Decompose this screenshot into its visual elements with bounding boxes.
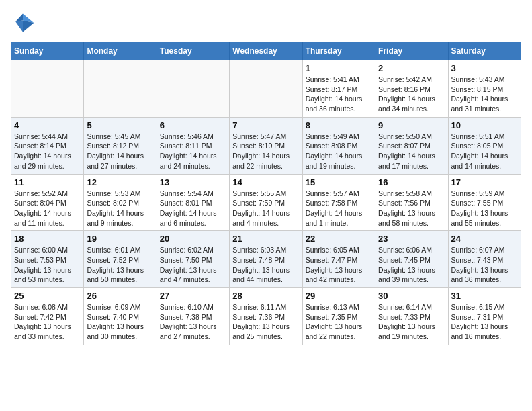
day-number: 23 xyxy=(378,234,445,244)
day-number: 20 xyxy=(160,234,226,244)
day-info: Sunrise: 5:57 AM Sunset: 7:58 PM Dayligh… xyxy=(306,189,372,228)
day-info: Sunrise: 5:54 AM Sunset: 8:01 PM Dayligh… xyxy=(160,189,226,228)
day-number: 30 xyxy=(378,291,445,301)
day-number: 17 xyxy=(451,177,518,187)
day-number: 25 xyxy=(14,291,81,301)
calendar-cell: 7Sunrise: 5:47 AM Sunset: 8:10 PM Daylig… xyxy=(230,117,302,174)
day-info: Sunrise: 5:50 AM Sunset: 8:07 PM Dayligh… xyxy=(378,132,445,171)
day-header-saturday: Saturday xyxy=(448,42,521,60)
day-info: Sunrise: 5:49 AM Sunset: 8:08 PM Dayligh… xyxy=(306,132,372,171)
day-number: 14 xyxy=(232,177,299,187)
day-number: 29 xyxy=(306,291,372,301)
week-row-3: 11Sunrise: 5:52 AM Sunset: 8:04 PM Dayli… xyxy=(11,174,521,231)
calendar-cell: 3Sunrise: 5:43 AM Sunset: 8:15 PM Daylig… xyxy=(448,60,521,118)
calendar-cell: 17Sunrise: 5:59 AM Sunset: 7:55 PM Dayli… xyxy=(448,174,521,231)
day-info: Sunrise: 6:09 AM Sunset: 7:40 PM Dayligh… xyxy=(87,302,153,342)
calendar-cell: 29Sunrise: 6:13 AM Sunset: 7:35 PM Dayli… xyxy=(302,288,375,345)
day-header-friday: Friday xyxy=(375,42,448,60)
day-number: 12 xyxy=(87,177,153,187)
svg-marker-3 xyxy=(15,20,23,32)
logo-icon xyxy=(11,11,35,35)
day-header-sunday: Sunday xyxy=(11,42,84,60)
day-info: Sunrise: 6:10 AM Sunset: 7:38 PM Dayligh… xyxy=(160,302,226,342)
calendar-cell: 27Sunrise: 6:10 AM Sunset: 7:38 PM Dayli… xyxy=(157,288,229,345)
day-info: Sunrise: 6:06 AM Sunset: 7:45 PM Dayligh… xyxy=(378,245,445,285)
day-info: Sunrise: 5:44 AM Sunset: 8:14 PM Dayligh… xyxy=(14,132,81,171)
calendar-cell: 26Sunrise: 6:09 AM Sunset: 7:40 PM Dayli… xyxy=(84,288,157,345)
calendar-cell: 1Sunrise: 5:41 AM Sunset: 8:17 PM Daylig… xyxy=(302,60,375,118)
calendar-table: SundayMondayTuesdayWednesdayThursdayFrid… xyxy=(11,42,521,345)
week-row-2: 4Sunrise: 5:44 AM Sunset: 8:14 PM Daylig… xyxy=(11,117,521,174)
day-number: 7 xyxy=(232,120,299,130)
day-info: Sunrise: 5:58 AM Sunset: 7:56 PM Dayligh… xyxy=(378,189,445,228)
day-info: Sunrise: 5:59 AM Sunset: 7:55 PM Dayligh… xyxy=(451,189,518,228)
day-number: 1 xyxy=(306,63,372,73)
week-row-1: 1Sunrise: 5:41 AM Sunset: 8:17 PM Daylig… xyxy=(11,60,521,118)
day-info: Sunrise: 6:07 AM Sunset: 7:43 PM Dayligh… xyxy=(451,245,518,285)
day-info: Sunrise: 6:13 AM Sunset: 7:35 PM Dayligh… xyxy=(306,302,372,342)
calendar-cell: 23Sunrise: 6:06 AM Sunset: 7:45 PM Dayli… xyxy=(375,231,448,288)
calendar-cell: 12Sunrise: 5:53 AM Sunset: 8:02 PM Dayli… xyxy=(84,174,157,231)
logo xyxy=(11,11,38,35)
day-info: Sunrise: 6:14 AM Sunset: 7:33 PM Dayligh… xyxy=(378,302,445,342)
day-number: 6 xyxy=(160,120,226,130)
day-number: 28 xyxy=(232,291,299,301)
calendar-cell: 15Sunrise: 5:57 AM Sunset: 7:58 PM Dayli… xyxy=(302,174,375,231)
calendar-cell: 14Sunrise: 5:55 AM Sunset: 7:59 PM Dayli… xyxy=(230,174,302,231)
day-number: 2 xyxy=(378,63,445,73)
week-row-5: 25Sunrise: 6:08 AM Sunset: 7:42 PM Dayli… xyxy=(11,288,521,345)
day-number: 16 xyxy=(378,177,445,187)
calendar-cell: 10Sunrise: 5:51 AM Sunset: 8:05 PM Dayli… xyxy=(448,117,521,174)
day-info: Sunrise: 5:51 AM Sunset: 8:05 PM Dayligh… xyxy=(451,132,518,171)
day-info: Sunrise: 6:08 AM Sunset: 7:42 PM Dayligh… xyxy=(14,302,81,342)
day-number: 13 xyxy=(160,177,226,187)
day-number: 15 xyxy=(306,177,372,187)
calendar-cell: 16Sunrise: 5:58 AM Sunset: 7:56 PM Dayli… xyxy=(375,174,448,231)
day-info: Sunrise: 5:45 AM Sunset: 8:12 PM Dayligh… xyxy=(87,132,153,171)
calendar-cell: 2Sunrise: 5:42 AM Sunset: 8:16 PM Daylig… xyxy=(375,60,448,118)
day-number: 11 xyxy=(14,177,81,187)
day-info: Sunrise: 6:02 AM Sunset: 7:50 PM Dayligh… xyxy=(160,245,226,285)
calendar-cell: 6Sunrise: 5:46 AM Sunset: 8:11 PM Daylig… xyxy=(157,117,229,174)
calendar-cell: 20Sunrise: 6:02 AM Sunset: 7:50 PM Dayli… xyxy=(157,231,229,288)
day-number: 18 xyxy=(14,234,81,244)
calendar-cell xyxy=(157,60,229,118)
calendar-cell: 11Sunrise: 5:52 AM Sunset: 8:04 PM Dayli… xyxy=(11,174,84,231)
calendar-cell: 9Sunrise: 5:50 AM Sunset: 8:07 PM Daylig… xyxy=(375,117,448,174)
calendar-cell: 5Sunrise: 5:45 AM Sunset: 8:12 PM Daylig… xyxy=(84,117,157,174)
day-header-tuesday: Tuesday xyxy=(157,42,229,60)
day-info: Sunrise: 5:53 AM Sunset: 8:02 PM Dayligh… xyxy=(87,189,153,228)
svg-marker-1 xyxy=(15,14,23,22)
calendar-cell: 18Sunrise: 6:00 AM Sunset: 7:53 PM Dayli… xyxy=(11,231,84,288)
day-number: 24 xyxy=(451,234,518,244)
day-number: 22 xyxy=(306,234,372,244)
calendar-cell xyxy=(84,60,157,118)
calendar-cell xyxy=(230,60,302,118)
calendar-cell: 22Sunrise: 6:05 AM Sunset: 7:47 PM Dayli… xyxy=(302,231,375,288)
day-header-wednesday: Wednesday xyxy=(230,42,302,60)
day-number: 21 xyxy=(232,234,299,244)
day-number: 27 xyxy=(160,291,226,301)
calendar-cell: 4Sunrise: 5:44 AM Sunset: 8:14 PM Daylig… xyxy=(11,117,84,174)
day-info: Sunrise: 5:55 AM Sunset: 7:59 PM Dayligh… xyxy=(232,189,299,228)
day-number: 9 xyxy=(378,120,445,130)
day-info: Sunrise: 5:52 AM Sunset: 8:04 PM Dayligh… xyxy=(14,189,81,228)
page-header xyxy=(11,11,521,35)
calendar-cell: 25Sunrise: 6:08 AM Sunset: 7:42 PM Dayli… xyxy=(11,288,84,345)
day-number: 10 xyxy=(451,120,518,130)
day-info: Sunrise: 6:05 AM Sunset: 7:47 PM Dayligh… xyxy=(306,245,372,285)
day-info: Sunrise: 5:41 AM Sunset: 8:17 PM Dayligh… xyxy=(306,75,372,114)
day-info: Sunrise: 5:47 AM Sunset: 8:10 PM Dayligh… xyxy=(232,132,299,171)
day-info: Sunrise: 6:15 AM Sunset: 7:31 PM Dayligh… xyxy=(451,302,518,342)
day-info: Sunrise: 6:03 AM Sunset: 7:48 PM Dayligh… xyxy=(232,245,299,285)
day-header-thursday: Thursday xyxy=(302,42,375,60)
day-number: 3 xyxy=(451,63,518,73)
calendar-cell: 30Sunrise: 6:14 AM Sunset: 7:33 PM Dayli… xyxy=(375,288,448,345)
day-info: Sunrise: 6:01 AM Sunset: 7:52 PM Dayligh… xyxy=(87,245,153,285)
day-info: Sunrise: 5:46 AM Sunset: 8:11 PM Dayligh… xyxy=(160,132,226,171)
calendar-cell: 19Sunrise: 6:01 AM Sunset: 7:52 PM Dayli… xyxy=(84,231,157,288)
calendar-cell: 21Sunrise: 6:03 AM Sunset: 7:48 PM Dayli… xyxy=(230,231,302,288)
day-info: Sunrise: 6:00 AM Sunset: 7:53 PM Dayligh… xyxy=(14,245,81,285)
day-header-monday: Monday xyxy=(84,42,157,60)
calendar-cell: 13Sunrise: 5:54 AM Sunset: 8:01 PM Dayli… xyxy=(157,174,229,231)
